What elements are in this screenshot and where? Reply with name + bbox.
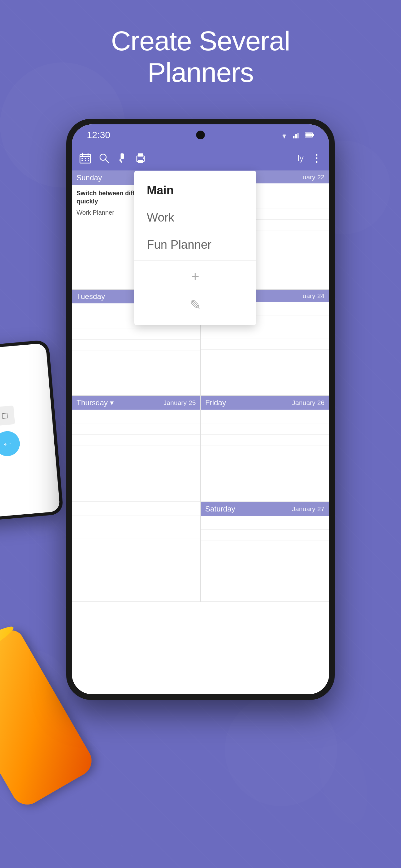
empty-line-1 <box>72 505 200 516</box>
svg-rect-13 <box>305 133 312 136</box>
calendar-toolbar-icon[interactable] <box>79 153 91 164</box>
svg-point-8 <box>283 137 285 138</box>
svg-rect-21 <box>88 158 89 159</box>
phone-screen: 12:30 <box>72 124 329 694</box>
svg-rect-19 <box>81 158 83 159</box>
wed24-date: uary 24 <box>303 292 325 300</box>
fri26-date: January 26 <box>292 399 325 406</box>
app-toolbar: ly ⋮ <box>72 146 329 170</box>
status-time: 12:30 <box>87 130 110 140</box>
wed-line-4 <box>201 338 329 350</box>
day-cell-sat27: Saturday January 27 <box>201 502 329 602</box>
thu-line-2 <box>72 423 200 435</box>
day-cell-thu25: Thursday ▾ January 25 <box>72 396 201 502</box>
svg-line-26 <box>105 159 109 163</box>
toolbar-view-label: ly <box>298 153 304 163</box>
wifi-icon <box>280 131 289 138</box>
thu25-header: Thursday ▾ January 25 <box>72 396 200 410</box>
svg-point-2 <box>225 694 337 806</box>
battery-icon <box>305 132 314 138</box>
toolbar-more-button[interactable]: ⋮ <box>311 152 322 164</box>
mon22-date: uary 22 <box>303 174 325 181</box>
svg-rect-9 <box>293 136 295 138</box>
dropdown-divider <box>134 260 256 260</box>
dropdown-item-fun[interactable]: Fun Planner <box>134 231 256 258</box>
svg-rect-23 <box>85 160 86 161</box>
dropdown-add-action[interactable]: + <box>134 262 256 290</box>
sat-line-1 <box>201 518 329 530</box>
status-icons <box>280 131 314 138</box>
phone-frame: 12:30 <box>66 119 335 700</box>
svg-rect-31 <box>138 160 143 163</box>
wed-line-3 <box>201 327 329 338</box>
sat-line-2 <box>201 530 329 541</box>
tue-line-3 <box>72 329 200 340</box>
thu25-name: Thursday ▾ <box>76 398 114 407</box>
planner-dropdown: Main Work Fun Planner + ✎ <box>134 170 256 325</box>
signal-icon <box>293 131 300 138</box>
fri-line-2 <box>201 423 329 435</box>
tuesday-name: Tuesday <box>76 292 105 301</box>
dropdown-edit-action[interactable]: ✎ <box>134 290 256 319</box>
calendar-row-3: Thursday ▾ January 25 Friday January 26 <box>72 396 329 502</box>
thu-line-4 <box>72 446 200 457</box>
sat-line-3 <box>201 541 329 552</box>
thu25-content <box>72 410 200 501</box>
fri-line-1 <box>201 412 329 423</box>
dropdown-item-work[interactable]: Work <box>134 204 256 231</box>
svg-rect-30 <box>138 153 143 157</box>
brush-toolbar-icon[interactable] <box>117 153 127 163</box>
secondary-phone-button[interactable]: ← <box>0 430 21 458</box>
svg-rect-14 <box>313 134 314 136</box>
status-bar: 12:30 <box>72 124 329 146</box>
empty-content <box>72 502 200 601</box>
sat27-header: Saturday January 27 <box>201 502 329 516</box>
svg-point-32 <box>143 157 144 159</box>
add-planner-icon[interactable]: + <box>191 269 199 284</box>
fri-line-4 <box>201 446 329 457</box>
hero-line1: Create Several <box>0 25 401 57</box>
day-cell-fri26: Friday January 26 <box>201 396 329 502</box>
tue-line-4 <box>72 340 200 351</box>
fri26-header: Friday January 26 <box>201 396 329 410</box>
thu25-date: January 25 <box>163 399 196 406</box>
svg-rect-11 <box>297 133 299 138</box>
print-toolbar-icon[interactable] <box>135 153 146 163</box>
sunday-name: Sunday <box>76 174 102 182</box>
fri26-name: Friday <box>205 398 226 407</box>
hero-line2: Planners <box>0 57 401 88</box>
thu-line-1 <box>72 412 200 423</box>
sat27-name: Saturday <box>205 505 235 514</box>
empty-line-3 <box>72 527 200 538</box>
svg-rect-20 <box>85 158 86 159</box>
svg-rect-24 <box>88 160 89 161</box>
fri-line-3 <box>201 435 329 446</box>
sat27-content <box>201 516 329 601</box>
empty-line-2 <box>72 516 200 527</box>
dropdown-item-main[interactable]: Main <box>134 177 256 204</box>
search-toolbar-icon[interactable] <box>99 153 109 163</box>
calendar-row-4: Saturday January 27 <box>72 502 329 602</box>
svg-rect-22 <box>81 160 83 161</box>
svg-rect-27 <box>121 153 124 159</box>
camera-notch <box>196 131 205 140</box>
day-cell-empty <box>72 502 201 602</box>
hero-heading: Create Several Planners <box>0 25 401 88</box>
fri26-content <box>201 410 329 501</box>
thu-line-3 <box>72 435 200 446</box>
sat27-date: January 27 <box>292 505 325 513</box>
edit-planner-icon[interactable]: ✎ <box>190 297 201 313</box>
svg-rect-10 <box>295 134 297 138</box>
